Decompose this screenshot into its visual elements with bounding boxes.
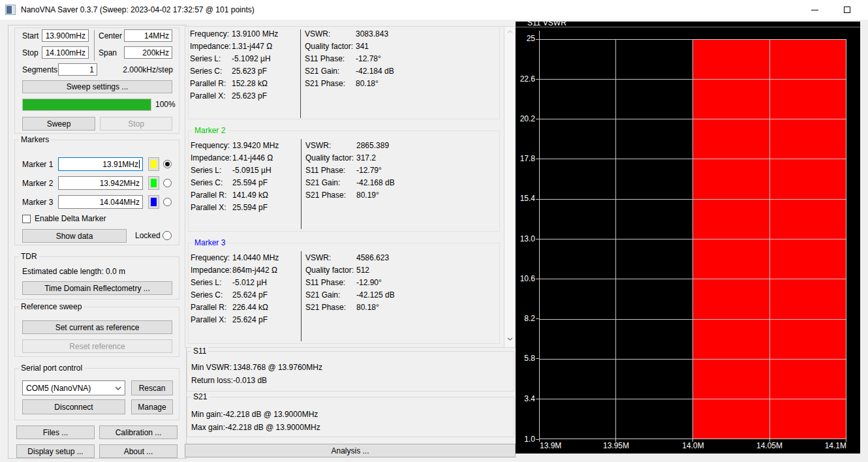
data-value: -42.218 dB @ 13.9000MHz [223, 410, 318, 419]
segments-value: 1 [89, 65, 94, 74]
stop-label: Stop [22, 48, 39, 58]
locked-radio[interactable] [163, 231, 172, 240]
marker2-right-column: VSWR:2865.389 Quality factor:317.2 S11 P… [305, 139, 395, 201]
app-icon-glyph [7, 6, 12, 14]
sweep-button[interactable]: Sweep [22, 117, 95, 131]
data-value: 25.594 pF [232, 203, 268, 212]
data-label: S11 Phase: [305, 278, 356, 287]
data-value: 1348.768 @ 13.9760MHz [233, 363, 322, 372]
tdr-group: TDR Estimated cable length: 0.0 m Time D… [14, 256, 179, 300]
data-label: Series L: [191, 278, 232, 287]
marker3-label: Marker 3 [22, 198, 53, 208]
locked-label: Locked [135, 231, 161, 241]
stop-input[interactable]: 14.100mHz [42, 46, 89, 59]
display-setup-button[interactable]: Display setup ... [16, 444, 95, 458]
marker-data-scroll-area: Frequency:13.9100 MHz Impedance:1.31-j44… [185, 26, 516, 348]
enable-delta-marker-label: Enable Delta Marker [35, 214, 106, 224]
data-value: 317.2 [356, 153, 376, 162]
window-title: NanoVNA Saver 0.3.7 (Sweep: 2023-04-02 1… [21, 5, 255, 15]
data-value: 13.9100 MHz [232, 29, 278, 38]
x-axis-label: 14.0M [674, 442, 713, 450]
axis-tick [536, 119, 539, 119]
enable-delta-marker-checkbox[interactable] [22, 215, 31, 223]
marker1-left-column: Frequency:13.9100 MHz Impedance:1.31-j44… [190, 27, 278, 102]
show-data-button[interactable]: Show data [22, 229, 127, 243]
marker2-color [151, 179, 157, 187]
span-value: 200kHz [142, 48, 169, 57]
s11-group-title: S11 [191, 346, 208, 356]
center-value: 14MHz [144, 31, 169, 40]
serial-port-select[interactable]: COM5 (NanoVNA) [22, 380, 125, 395]
data-label: Frequency: [190, 29, 232, 38]
sweep-column-divider [94, 30, 95, 61]
reset-reference-button[interactable]: Reset reference [22, 339, 172, 353]
data-label: VSWR: [305, 141, 356, 150]
data-label: Max gain: [191, 423, 225, 432]
data-label: Frequency: [191, 253, 232, 262]
marker2-left-column: Frequency:13.9420 MHz Impedance:1.41-j44… [191, 139, 279, 213]
marker1-select-radio[interactable] [163, 160, 172, 168]
x-axis-label: 13.9M [540, 442, 561, 450]
files-button[interactable]: Files ... [16, 425, 95, 439]
data-label: S21 Phase: [305, 79, 356, 88]
data-label: Min gain: [191, 410, 223, 419]
disconnect-button[interactable]: Disconnect [22, 399, 125, 414]
marker3-input[interactable]: 14.044MHz [58, 195, 143, 209]
marker1-input[interactable]: 13.91MHz [58, 157, 143, 171]
data-value: 341 [356, 42, 369, 51]
stop-button[interactable]: Stop [100, 117, 172, 131]
data-label: S21 Phase: [305, 303, 356, 312]
span-input[interactable]: 200kHz [124, 46, 172, 59]
axis-tick [536, 199, 539, 200]
calibration-button[interactable]: Calibration ... [99, 425, 178, 439]
maximize-button[interactable] [837, 3, 857, 17]
tdr-button[interactable]: Time Domain Reflectometry ... [22, 281, 172, 295]
marker2-column-divider [301, 139, 302, 229]
marker3-color-swatch[interactable] [148, 195, 159, 209]
data-label: Frequency: [191, 141, 232, 150]
y-axis-label: 17.8 [516, 154, 535, 163]
data-value: 13.9420 MHz [232, 141, 279, 150]
data-label: Parallel X: [191, 203, 232, 212]
manage-button[interactable]: Manage [131, 399, 173, 414]
scrollbar-down-icon[interactable] [507, 337, 513, 341]
data-label: Parallel R: [191, 303, 232, 312]
segments-label: Segments [22, 65, 57, 75]
marker1-color-swatch[interactable] [148, 157, 159, 171]
marker2-color-swatch[interactable] [148, 176, 159, 190]
minimize-button[interactable] [805, 3, 824, 17]
data-value: -0.013 dB [233, 376, 267, 385]
data-label: VSWR: [305, 29, 356, 38]
center-input[interactable]: 14MHz [124, 29, 172, 42]
data-label: Parallel R: [191, 191, 232, 200]
axis-tick [539, 31, 540, 39]
data-label: Series C: [191, 290, 232, 300]
sweep-settings-button[interactable]: Sweep settings ... [22, 80, 172, 93]
marker2-input[interactable]: 13.942MHz [58, 176, 143, 190]
marker3-panel: Marker 3 Frequency:14.0440 MHz Impedance… [188, 243, 500, 344]
about-button[interactable]: About ... [99, 444, 178, 458]
scrollbar-up-icon[interactable] [507, 30, 513, 33]
minimize-icon [811, 10, 818, 10]
start-input[interactable]: 13.900mHz [42, 29, 89, 42]
data-label: VSWR: [305, 253, 356, 262]
center-label: Center [99, 31, 122, 41]
marker2-label: Marker 2 [22, 179, 53, 189]
s11-group: S11 Min VSWR:1348.768 @ 13.9760MHz Retur… [187, 351, 514, 392]
set-reference-button[interactable]: Set current as reference [22, 320, 172, 334]
rescan-button[interactable]: Rescan [131, 380, 173, 395]
axis-tick [692, 439, 693, 442]
marker2-select-radio[interactable] [163, 179, 172, 187]
y-axis-label: 15.4 [516, 194, 535, 203]
segments-input[interactable]: 1 [58, 63, 97, 76]
data-label: Impedance: [191, 153, 232, 162]
sweep-controls-group: Start 13.900mHz Center 14MHz Stop 14.100… [14, 27, 179, 134]
marker3-select-radio[interactable] [163, 198, 172, 206]
analysis-button[interactable]: Analysis ... [185, 444, 516, 457]
data-label: Min VSWR: [191, 363, 233, 372]
data-value: 3083.843 [356, 29, 388, 38]
chart-plot[interactable] [539, 39, 846, 439]
vertical-scrollbar[interactable] [504, 27, 515, 347]
data-value: -5.1092 µH [232, 54, 271, 63]
data-value: 25.624 pF [232, 315, 268, 324]
